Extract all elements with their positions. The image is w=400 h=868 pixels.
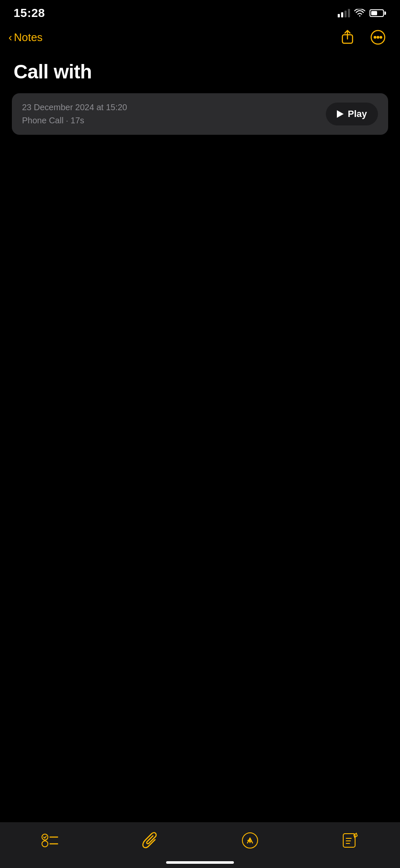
back-button[interactable]: ‹ Notes — [8, 31, 43, 44]
battery-icon — [369, 9, 386, 17]
home-indicator — [166, 861, 234, 864]
back-label: Notes — [14, 31, 43, 44]
play-label: Play — [348, 108, 367, 120]
status-icons — [338, 9, 386, 17]
audio-info: 23 December 2024 at 15:20 Phone Call · 1… — [22, 103, 127, 125]
svg-point-3 — [377, 36, 379, 38]
share-button[interactable] — [337, 27, 358, 47]
attach-button[interactable] — [137, 830, 163, 851]
audio-date: 23 December 2024 at 15:20 — [22, 103, 127, 112]
status-bar: 15:28 — [0, 0, 400, 24]
compose-button[interactable] — [237, 830, 263, 851]
status-time: 15:28 — [14, 6, 45, 20]
note-title-section: Call with — [0, 53, 400, 93]
play-button[interactable]: Play — [326, 103, 378, 125]
audio-type: Phone Call · 17s — [22, 116, 127, 125]
new-note-button[interactable] — [337, 830, 363, 851]
audio-recording-card: 23 December 2024 at 15:20 Phone Call · 1… — [12, 93, 388, 135]
back-chevron-icon: ‹ — [8, 32, 12, 43]
more-button[interactable] — [368, 27, 388, 47]
nav-bar: ‹ Notes — [0, 24, 400, 53]
svg-point-4 — [380, 36, 382, 38]
wifi-icon — [354, 9, 365, 17]
note-content: 23 December 2024 at 15:20 Phone Call · 1… — [0, 93, 400, 135]
nav-actions — [337, 27, 388, 47]
note-title[interactable]: Call with — [14, 60, 386, 83]
svg-point-7 — [42, 841, 48, 847]
checklist-button[interactable] — [37, 830, 63, 851]
svg-point-5 — [42, 834, 48, 840]
svg-point-2 — [374, 36, 376, 38]
play-icon — [337, 110, 344, 118]
signal-icon — [338, 9, 350, 17]
